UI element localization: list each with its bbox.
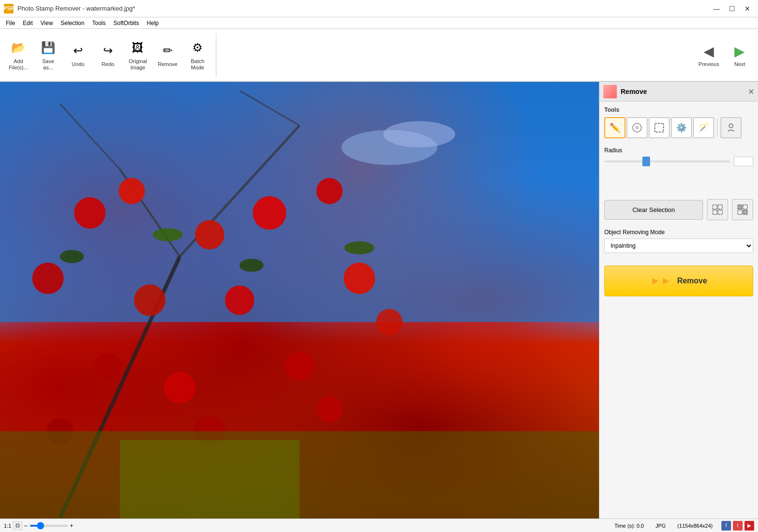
original-image-button[interactable]: 🖼 OriginalImage — [123, 36, 152, 74]
toolbox-icon — [603, 85, 617, 98]
svg-point-24 — [60, 250, 84, 263]
zoom-slider[interactable] — [29, 525, 68, 527]
next-icon: ▶ — [734, 43, 745, 59]
svg-rect-35 — [718, 205, 722, 209]
toolbox-tools-section: Tools ✏️ ⚙️ 🪄 — [599, 102, 758, 143]
zoom-control: 1:1 ⊡ – + — [4, 521, 73, 530]
menu-file[interactable]: File — [2, 19, 19, 27]
zoom-level: 1:1 — [4, 523, 11, 529]
redo-label: Redo — [102, 61, 114, 67]
remove-arrow-icon: ►► — [651, 275, 672, 287]
clear-selection-button[interactable]: Clear Selection — [604, 200, 703, 220]
mode-label: Object Removing Mode — [604, 229, 753, 236]
svg-point-13 — [316, 178, 342, 204]
tools-section-label: Tools — [604, 106, 753, 113]
next-button[interactable]: ▶ Next — [725, 36, 754, 74]
batch-label: BatchMode — [191, 58, 204, 71]
add-files-button[interactable]: 📂 AddFile(s)... — [4, 36, 33, 74]
zoom-fit-button[interactable]: ⊡ — [13, 521, 22, 530]
svg-point-12 — [253, 196, 287, 230]
batch-mode-button[interactable]: ⚙ BatchMode — [183, 36, 212, 74]
stamp-tool-button[interactable] — [720, 117, 742, 138]
toolbox-title: Remove — [621, 88, 647, 95]
status-icon-1[interactable]: f — [721, 521, 731, 531]
remove-section: ►► Remove — [599, 261, 758, 301]
add-files-label: AddFile(s)... — [9, 58, 28, 71]
svg-rect-36 — [713, 210, 717, 214]
status-icon-3[interactable]: ▶ — [745, 521, 754, 531]
toolbar-group-main: 📂 AddFile(s)... 💾 Saveas... ↩ Undo ↪ Red… — [4, 33, 216, 77]
settings-tool-button[interactable]: ⚙️ — [671, 117, 692, 138]
remove-action-button[interactable]: ►► Remove — [604, 266, 753, 296]
remove-toolbar-label: Remove — [158, 61, 178, 67]
toolbox-header: Remove ✕ — [599, 82, 758, 102]
radius-value-input[interactable]: 33 — [734, 157, 753, 166]
tool-separator — [717, 118, 718, 137]
menu-help[interactable]: Help — [143, 19, 163, 27]
menu-edit[interactable]: Edit — [19, 19, 37, 27]
invert-selection-button[interactable] — [732, 199, 753, 220]
status-icon-2[interactable]: t — [733, 521, 743, 531]
menu-tools[interactable]: Tools — [88, 19, 109, 27]
title-bar: PSR Photo Stamp Remover - watermarked.jp… — [0, 0, 758, 17]
spacer — [599, 170, 758, 185]
time-display: Time (s): 0.0 — [612, 523, 647, 529]
svg-point-9 — [119, 178, 145, 204]
close-button[interactable]: ✕ — [741, 4, 754, 13]
radius-slider[interactable] — [604, 160, 730, 162]
menu-view[interactable]: View — [37, 19, 57, 27]
window-title: Photo Stamp Remover - watermarked.jpg* — [17, 5, 135, 12]
maximize-button[interactable]: ☐ — [725, 4, 739, 13]
minimize-button[interactable]: — — [710, 4, 723, 13]
svg-point-31 — [635, 126, 639, 130]
redo-button[interactable]: ↪ Redo — [93, 36, 122, 74]
next-label: Next — [734, 61, 745, 67]
format-display: JPG — [652, 523, 668, 529]
remove-toolbar-icon: ✏ — [159, 42, 176, 59]
previous-button[interactable]: ◀ Previous — [694, 36, 723, 74]
svg-point-14 — [134, 284, 165, 316]
svg-rect-39 — [743, 205, 747, 209]
canvas-image — [0, 82, 599, 519]
svg-rect-38 — [738, 205, 742, 209]
menu-softorbits[interactable]: SoftOrbits — [109, 19, 143, 27]
main-content: Remove ✕ Tools ✏️ ⚙️ — [0, 82, 758, 519]
original-image-label: OriginalImage — [129, 58, 147, 71]
menu-bar: File Edit View Selection Tools SoftOrbit… — [0, 17, 758, 29]
wand-tool-button[interactable]: 🪄 — [693, 117, 714, 138]
toolbar: 📂 AddFile(s)... 💾 Saveas... ↩ Undo ↪ Red… — [0, 29, 758, 82]
title-bar-left: PSR Photo Stamp Remover - watermarked.jp… — [4, 4, 135, 13]
svg-point-16 — [344, 263, 375, 294]
toolbox-close-button[interactable]: ✕ — [748, 87, 754, 96]
svg-point-23 — [316, 396, 342, 422]
svg-point-10 — [32, 263, 64, 294]
mode-select[interactable]: Inpainting Content-Aware Fill Texture Sy… — [604, 239, 753, 253]
remove-btn-label: Remove — [677, 277, 707, 285]
save-as-button[interactable]: 💾 Saveas... — [34, 36, 63, 74]
svg-point-2 — [384, 121, 455, 147]
status-icons: f t ▶ — [721, 521, 754, 531]
svg-point-15 — [225, 286, 254, 315]
rect-select-tool-button[interactable] — [649, 117, 670, 138]
batch-icon: ⚙ — [189, 39, 206, 56]
svg-rect-32 — [655, 123, 664, 132]
svg-point-8 — [74, 197, 106, 228]
menu-selection[interactable]: Selection — [57, 19, 88, 27]
svg-rect-40 — [738, 210, 742, 214]
svg-point-18 — [164, 372, 195, 403]
svg-point-26 — [239, 259, 264, 272]
pencil-tool-button[interactable]: ✏️ — [604, 117, 625, 138]
nav-buttons: ◀ Previous ▶ Next — [694, 36, 754, 74]
eraser-tool-button[interactable] — [626, 117, 648, 138]
remove-button-toolbar[interactable]: ✏ Remove — [153, 36, 182, 74]
select-all-button[interactable] — [707, 199, 728, 220]
radius-section: Radius 33 — [599, 143, 758, 170]
undo-button[interactable]: ↩ Undo — [64, 36, 93, 74]
original-image-icon: 🖼 — [129, 39, 146, 56]
svg-point-33 — [729, 124, 733, 128]
svg-rect-29 — [120, 440, 300, 519]
toolbox-title-area: Remove — [603, 85, 647, 98]
canvas-area[interactable] — [0, 82, 599, 519]
undo-label: Undo — [72, 61, 84, 67]
undo-icon: ↩ — [69, 42, 87, 59]
